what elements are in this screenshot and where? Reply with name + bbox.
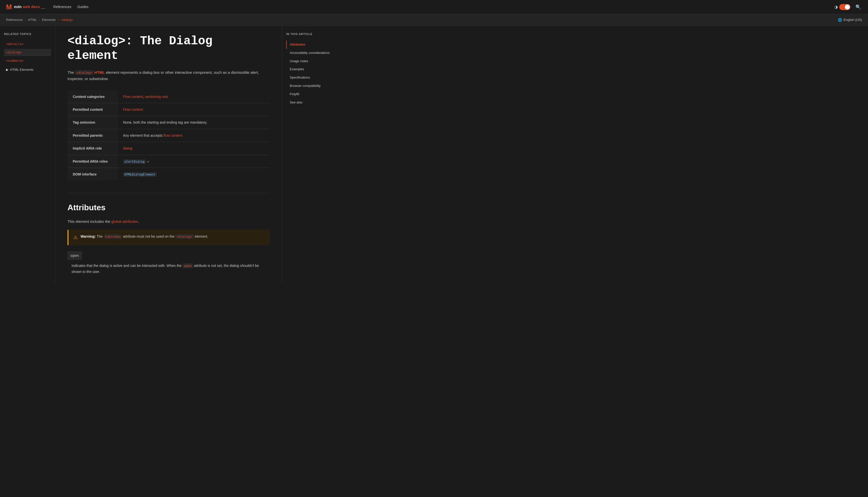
open-attribute-block: open Indicates that the dialog is active… (68, 251, 270, 275)
warning-text-3: element. (194, 235, 208, 238)
nav-references[interactable]: References (53, 3, 72, 11)
htmldialogelement-code: HTMLDialogElement (123, 172, 157, 177)
dark-mode-icon: ◑ (834, 4, 838, 10)
breadcrumb-elements[interactable]: Elements (42, 17, 56, 23)
related-topics-title: RELATED TOPICS (4, 32, 51, 37)
table-label-aria-role: Implicit ARIA role (68, 142, 118, 155)
table-row: Tag omission None, both the starting and… (68, 116, 270, 129)
sidebar-expander-label: HTML Elements (10, 67, 33, 72)
nav-guides[interactable]: Guides (77, 3, 88, 11)
language-label: English (US) (843, 17, 862, 23)
page-title: <dialog>: The Dialog element (68, 34, 270, 63)
sidebar-item-dialog[interactable]: <dialog> (4, 49, 51, 56)
toc-item-see-also[interactable]: See also (286, 98, 333, 107)
table-value-content-categories: Flow content, sectioning root (118, 90, 270, 103)
nav-links: References Guides (53, 3, 834, 11)
attr-text-1: This element includes the (68, 219, 111, 224)
toc-item-attributes[interactable]: Attributes (286, 41, 333, 49)
dialog-inline-code: <dialog> (75, 70, 93, 75)
warning-text-2: attribute must not be used on the (122, 235, 175, 238)
logo-text: mdn web docs __ (14, 4, 45, 10)
flow-content-link-3[interactable]: flow content (164, 133, 183, 138)
breadcrumb-references[interactable]: References (6, 17, 23, 23)
table-row: Permitted ARIA roles alertdialog↗ (68, 155, 270, 168)
warning-label: Warning: (81, 235, 96, 238)
theme-toggle[interactable]: ◑ (834, 4, 850, 10)
dialog-warning-code: <dialog> (175, 234, 194, 239)
table-row: Permitted parents Any element that accep… (68, 129, 270, 142)
open-em: shouldn't (240, 264, 254, 268)
sectioning-root-link[interactable]: sectioning root (145, 95, 168, 99)
html-label: HTML (95, 70, 105, 74)
toggle-thumb (845, 4, 850, 10)
breadcrumb-sep-3: › (58, 17, 59, 23)
table-value-permitted-parents: Any element that accepts flow content (118, 129, 270, 142)
table-label-permitted-parents: Permitted parents (68, 129, 118, 142)
flow-content-link-2[interactable]: Flow content (123, 108, 143, 112)
sidebar-item-summary[interactable]: <summary> (4, 57, 51, 65)
breadcrumb-current: <dialog> (61, 17, 73, 23)
sidebar-html-elements-expander[interactable]: ▶ HTML Elements (4, 66, 51, 73)
table-row: Permitted content Flow content (68, 103, 270, 116)
open-attr-desc: Indicates that the dialog is active and … (68, 263, 270, 275)
language-selector[interactable]: 🌐 English (US) (838, 17, 862, 23)
toc-item-specifications[interactable]: Specifications (286, 73, 333, 82)
table-value-aria-role: dialog (118, 142, 270, 155)
warning-triangle-icon: ⚠ (73, 234, 77, 241)
breadcrumb-html[interactable]: HTML (28, 17, 37, 23)
table-row: DOM interface HTMLDialogElement (68, 168, 270, 181)
page-layout: RELATED TOPICS <details> <dialog> <summa… (0, 26, 868, 283)
toc-title: IN THIS ARTICLE (286, 32, 333, 37)
table-row: Implicit ARIA role dialog (68, 142, 270, 155)
logo-m-icon: M (6, 3, 12, 11)
open-attr-name: open (68, 251, 82, 260)
table-value-tag-omission: None, both the starting and ending tag a… (118, 116, 270, 129)
table-label-permitted-aria: Permitted ARIA roles (68, 155, 118, 168)
sidebar-right: IN THIS ARTICLE Attributes Accessibility… (282, 26, 337, 283)
tabindex-code: tabindex (104, 234, 122, 239)
toc-item-accessibility[interactable]: Accessibility considerations (286, 49, 333, 57)
table-value-permitted-aria: alertdialog↗ (118, 155, 270, 168)
warning-text-1: The (96, 235, 104, 238)
top-nav: M mdn web docs __ References Guides ◑ 🔍 (0, 0, 868, 14)
global-attributes-link[interactable]: global attributes (111, 219, 138, 224)
breadcrumb: References › HTML › Elements › <dialog> (6, 17, 73, 23)
globe-icon: 🌐 (838, 17, 842, 23)
toc-item-browser-compat[interactable]: Browser compatibility (286, 82, 333, 90)
nav-right: ◑ 🔍 (834, 3, 862, 11)
logo[interactable]: M mdn web docs __ (6, 3, 45, 11)
dialog-aria-link[interactable]: dialog (123, 146, 132, 150)
toc-item-examples[interactable]: Examples (286, 65, 333, 73)
breadcrumb-sep-1: › (25, 17, 26, 23)
table-label-content-categories: Content categories (68, 90, 118, 103)
sidebar-item-details[interactable]: <details> (4, 41, 51, 48)
breadcrumb-sep-2: › (39, 17, 40, 23)
external-link-icon: ↗ (147, 160, 149, 163)
alertdialog-code: alertdialog (123, 159, 146, 164)
intro-text-part1: The (68, 70, 75, 74)
toc-item-usage-notes[interactable]: Usage notes (286, 57, 333, 66)
warning-text: Warning: The tabindex attribute must not… (81, 233, 208, 239)
table-label-tag-omission: Tag omission (68, 116, 118, 129)
table-row: Content categories Flow content, section… (68, 90, 270, 103)
table-value-permitted-content: Flow content (118, 103, 270, 116)
main-content: <dialog>: The Dialog element The <dialog… (55, 26, 282, 283)
table-label-permitted-content: Permitted content (68, 103, 118, 116)
sidebar-left: RELATED TOPICS <details> <dialog> <summa… (0, 26, 55, 283)
flow-content-link-1[interactable]: Flow content (123, 95, 143, 99)
toc-item-polyfill[interactable]: Polyfill (286, 90, 333, 98)
table-label-dom-interface: DOM interface (68, 168, 118, 181)
table-value-dom-interface: HTMLDialogElement (118, 168, 270, 181)
attributes-intro: This element includes the global attribu… (68, 218, 270, 225)
triangle-icon: ▶ (6, 67, 9, 72)
search-button[interactable]: 🔍 (854, 3, 862, 11)
intro-paragraph: The <dialog> HTML element represents a d… (68, 69, 270, 82)
open-desc-2: attribute is not set, the dialog (193, 264, 240, 268)
open-desc-1: Indicates that the dialog is active and … (72, 264, 183, 268)
warning-box: ⚠ Warning: The tabindex attribute must n… (68, 230, 270, 245)
attr-text-2: . (138, 219, 139, 224)
toggle-track[interactable] (839, 4, 850, 10)
info-table: Content categories Flow content, section… (68, 90, 270, 181)
attributes-heading: Attributes (68, 201, 270, 214)
open-code: open (183, 264, 193, 268)
